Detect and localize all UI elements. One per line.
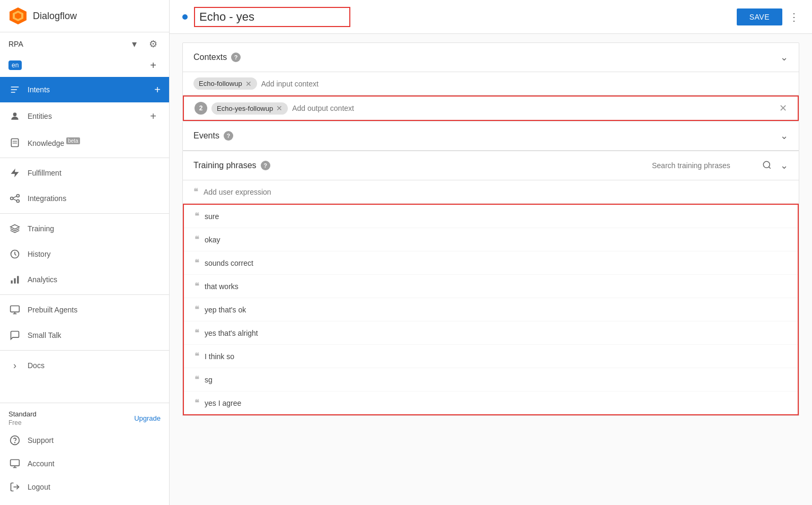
support-label: Support <box>28 436 54 445</box>
add-entities-btn[interactable]: + <box>146 109 161 124</box>
search-training-phrases-input[interactable] <box>652 161 758 170</box>
add-expression-input[interactable] <box>204 188 788 196</box>
integrations-icon <box>8 192 21 205</box>
training-phrase-row[interactable]: ❝ sounds correct <box>184 251 798 275</box>
training-phrases-section: Training phrases ? ⌄ ❝ ❝ sure <box>182 151 799 416</box>
agent-row: RPA ▾ ⚙ <box>0 32 169 56</box>
support-icon <box>8 434 21 447</box>
sidebar-item-training[interactable]: Training <box>0 216 169 241</box>
svg-marker-10 <box>11 169 19 178</box>
svg-rect-3 <box>11 86 19 88</box>
sidebar-item-prebuilt-agents[interactable]: Prebuilt Agents <box>0 297 169 323</box>
fulfillment-icon <box>8 167 21 179</box>
training-phrase-row[interactable]: ❝ I think so <box>184 345 798 368</box>
account-icon <box>8 457 21 470</box>
sidebar-nav: Intents + Entities + Knowledge beta Fulf… <box>0 77 169 403</box>
training-phrase-row[interactable]: ❝ that works <box>184 275 798 298</box>
contexts-chevron-icon[interactable]: ⌄ <box>780 51 788 63</box>
sidebar-item-integrations[interactable]: Integrations <box>0 186 169 211</box>
phrase-quote-icon: ❝ <box>195 375 199 385</box>
phrase-text: okay <box>205 236 220 244</box>
output-context-tag-label: Echo-yes-followup <box>217 105 273 112</box>
sidebar-footer: Standard Free Upgrade Support Account Lo… <box>0 403 169 505</box>
training-phrases-title: Training phrases <box>193 161 257 170</box>
svg-rect-8 <box>13 141 17 142</box>
analytics-label: Analytics <box>28 275 57 284</box>
prebuilt-agents-icon <box>8 303 21 316</box>
quote-icon: ❝ <box>193 187 198 197</box>
sidebar-item-support[interactable]: Support <box>8 429 161 452</box>
plan-row: Standard Free Upgrade <box>8 410 161 426</box>
search-icon[interactable] <box>762 160 772 171</box>
sidebar-item-fulfillment[interactable]: Fulfillment <box>0 160 169 186</box>
svg-point-27 <box>763 161 770 168</box>
phrase-text: yep that's ok <box>205 306 246 314</box>
output-context-number: 2 <box>195 102 207 115</box>
add-input-context-input[interactable] <box>261 80 788 88</box>
settings-icon[interactable]: ⚙ <box>146 37 161 51</box>
add-intent-btn[interactable]: + <box>154 84 161 95</box>
training-phrase-row[interactable]: ❝ okay <box>184 228 798 251</box>
upgrade-link[interactable]: Upgrade <box>134 414 161 422</box>
svg-rect-9 <box>13 143 17 143</box>
main-header: SAVE ⋮ <box>170 0 812 34</box>
entities-label: Entities <box>28 112 52 120</box>
sidebar-item-docs[interactable]: › Docs <box>0 353 169 378</box>
small-talk-label: Small Talk <box>28 331 61 339</box>
logo-text: Dialogflow <box>33 11 77 22</box>
training-phrase-row[interactable]: ❝ sure <box>184 205 798 228</box>
phrase-quote-icon: ❝ <box>195 328 199 338</box>
more-options-button[interactable]: ⋮ <box>789 11 799 23</box>
events-section-header[interactable]: Events ? ⌄ <box>183 121 799 151</box>
training-phrase-row[interactable]: ❝ sg <box>184 368 798 391</box>
svg-point-13 <box>16 200 19 203</box>
training-label: Training <box>28 224 54 233</box>
sidebar-item-knowledge[interactable]: Knowledge beta <box>0 130 169 155</box>
phrase-quote-icon: ❝ <box>195 234 199 245</box>
training-phrases-help-icon[interactable]: ? <box>261 161 270 170</box>
add-output-context-input[interactable] <box>292 104 775 112</box>
phrase-text: that works <box>205 282 239 291</box>
contexts-help-icon[interactable]: ? <box>231 53 241 62</box>
dropdown-arrow-icon[interactable]: ▾ <box>127 37 142 51</box>
knowledge-icon <box>8 136 21 149</box>
phrase-quote-icon: ❝ <box>195 211 199 221</box>
training-phrase-row[interactable]: ❝ yes I agree <box>184 391 798 414</box>
phrase-text: yes I agree <box>205 399 241 407</box>
training-search-area <box>652 160 772 171</box>
svg-rect-17 <box>11 281 13 284</box>
remove-input-context-btn[interactable]: ✕ <box>245 80 252 88</box>
sidebar-item-logout[interactable]: Logout <box>8 475 161 499</box>
save-button[interactable]: SAVE <box>737 8 782 25</box>
prebuilt-agents-label: Prebuilt Agents <box>28 306 77 314</box>
phrase-text: sounds correct <box>205 259 253 267</box>
sidebar-item-small-talk[interactable]: Small Talk <box>0 323 169 348</box>
phrase-text: sure <box>205 212 219 221</box>
intents-icon <box>8 83 21 96</box>
svg-rect-4 <box>11 89 17 90</box>
sidebar-item-account[interactable]: Account <box>8 452 161 475</box>
agent-controls: ▾ ⚙ <box>127 37 161 51</box>
phrase-quote-icon: ❝ <box>195 258 199 268</box>
sidebar: Dialogflow RPA ▾ ⚙ en + Intents + Entiti… <box>0 0 170 505</box>
training-phrase-row[interactable]: ❝ yep that's ok <box>184 298 798 321</box>
intent-title-input[interactable] <box>194 7 350 27</box>
sidebar-item-intents[interactable]: Intents + <box>0 77 169 102</box>
contexts-title: Contexts <box>193 53 227 62</box>
events-chevron-icon[interactable]: ⌄ <box>780 130 788 142</box>
contexts-section-header[interactable]: Contexts ? ⌄ <box>183 43 799 72</box>
training-phrase-row[interactable]: ❝ yes that's alright <box>184 321 798 345</box>
add-lang-btn[interactable]: + <box>146 58 161 73</box>
training-phrases-chevron-icon[interactable]: ⌄ <box>780 160 788 171</box>
dialogflow-logo-icon <box>8 6 28 25</box>
lang-badge[interactable]: en <box>8 60 22 70</box>
sidebar-item-analytics[interactable]: Analytics <box>0 267 169 292</box>
main-scrollable: Contexts ? ⌄ Echo-followup ✕ 2 Echo-yes-… <box>170 34 812 429</box>
delete-output-context-btn[interactable]: ✕ <box>779 102 787 114</box>
sidebar-item-history[interactable]: History <box>0 241 169 267</box>
events-help-icon[interactable]: ? <box>224 131 233 141</box>
remove-output-context-btn[interactable]: ✕ <box>276 105 283 112</box>
sidebar-item-entities[interactable]: Entities + <box>0 102 169 130</box>
phrase-text: I think so <box>205 352 234 361</box>
contexts-section: Contexts ? ⌄ Echo-followup ✕ 2 Echo-yes-… <box>182 42 799 121</box>
